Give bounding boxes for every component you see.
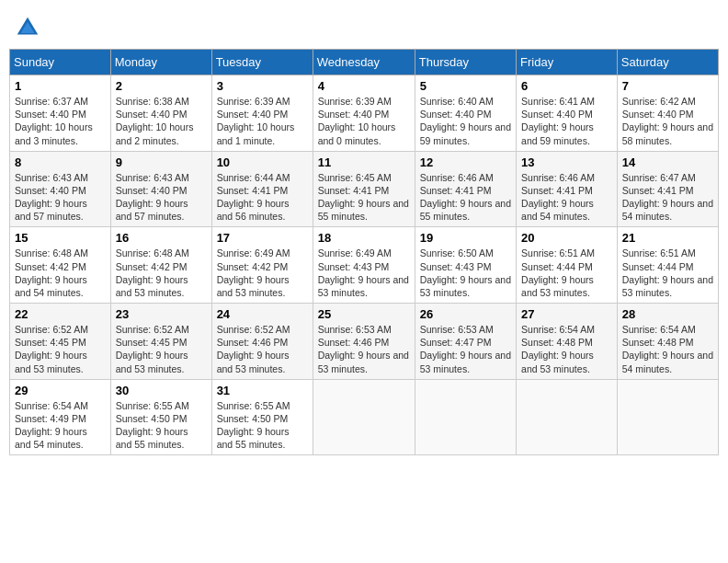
day-cell: 1 Sunrise: 6:37 AMSunset: 4:40 PMDayligh…	[10, 75, 111, 152]
day-number: 14	[622, 155, 713, 169]
week-row-2: 8 Sunrise: 6:43 AMSunset: 4:40 PMDayligh…	[10, 151, 719, 227]
day-cell: 17 Sunrise: 6:49 AMSunset: 4:42 PMDaylig…	[211, 227, 313, 304]
day-cell: 30 Sunrise: 6:55 AMSunset: 4:50 PMDaylig…	[110, 379, 211, 455]
week-row-1: 1 Sunrise: 6:37 AMSunset: 4:40 PMDayligh…	[10, 75, 719, 152]
day-cell: 9 Sunrise: 6:43 AMSunset: 4:40 PMDayligh…	[110, 151, 211, 227]
column-header-friday: Friday	[517, 50, 618, 75]
day-cell: 8 Sunrise: 6:43 AMSunset: 4:40 PMDayligh…	[10, 151, 111, 227]
day-number: 11	[318, 155, 410, 169]
day-number: 24	[217, 307, 308, 321]
day-cell: 2 Sunrise: 6:38 AMSunset: 4:40 PMDayligh…	[110, 75, 211, 152]
day-number: 15	[15, 231, 106, 245]
day-info: Sunrise: 6:49 AMSunset: 4:43 PMDaylight:…	[318, 247, 409, 298]
day-info: Sunrise: 6:53 AMSunset: 4:46 PMDaylight:…	[318, 324, 409, 374]
day-number: 8	[15, 155, 106, 169]
day-cell: 13 Sunrise: 6:46 AMSunset: 4:41 PMDaylig…	[517, 151, 618, 227]
day-cell: 18 Sunrise: 6:49 AMSunset: 4:43 PMDaylig…	[313, 227, 415, 304]
day-cell: 25 Sunrise: 6:53 AMSunset: 4:46 PMDaylig…	[313, 304, 415, 380]
day-cell: 21 Sunrise: 6:51 AMSunset: 4:44 PMDaylig…	[617, 227, 718, 304]
day-cell: 5 Sunrise: 6:40 AMSunset: 4:40 PMDayligh…	[415, 75, 516, 152]
day-cell: 27 Sunrise: 6:54 AMSunset: 4:48 PMDaylig…	[517, 304, 618, 380]
logo-icon	[14, 14, 41, 41]
day-cell: 31 Sunrise: 6:55 AMSunset: 4:50 PMDaylig…	[211, 379, 313, 455]
day-cell: 12 Sunrise: 6:46 AMSunset: 4:41 PMDaylig…	[415, 151, 516, 227]
day-number: 26	[420, 307, 511, 321]
day-number: 19	[420, 231, 511, 245]
day-info: Sunrise: 6:53 AMSunset: 4:47 PMDaylight:…	[420, 324, 511, 374]
day-info: Sunrise: 6:41 AMSunset: 4:40 PMDaylight:…	[521, 96, 595, 146]
day-info: Sunrise: 6:46 AMSunset: 4:41 PMDaylight:…	[521, 172, 595, 223]
day-number: 29	[15, 384, 106, 397]
day-cell	[517, 379, 618, 455]
day-number: 31	[217, 384, 308, 397]
day-info: Sunrise: 6:52 AMSunset: 4:46 PMDaylight:…	[217, 324, 290, 374]
day-number: 21	[622, 231, 713, 245]
day-cell	[415, 379, 516, 455]
day-number: 28	[622, 307, 713, 321]
calendar-header: SundayMondayTuesdayWednesdayThursdayFrid…	[10, 50, 719, 75]
day-cell: 22 Sunrise: 6:52 AMSunset: 4:45 PMDaylig…	[10, 304, 111, 380]
column-header-tuesday: Tuesday	[211, 50, 313, 75]
day-info: Sunrise: 6:39 AMSunset: 4:40 PMDaylight:…	[318, 96, 396, 146]
day-cell: 10 Sunrise: 6:44 AMSunset: 4:41 PMDaylig…	[211, 151, 313, 227]
day-number: 18	[318, 231, 410, 245]
day-info: Sunrise: 6:43 AMSunset: 4:40 PMDaylight:…	[116, 172, 189, 223]
day-number: 6	[521, 79, 612, 93]
day-cell: 11 Sunrise: 6:45 AMSunset: 4:41 PMDaylig…	[313, 151, 415, 227]
day-info: Sunrise: 6:45 AMSunset: 4:41 PMDaylight:…	[318, 172, 409, 223]
day-number: 17	[217, 231, 308, 245]
day-info: Sunrise: 6:38 AMSunset: 4:40 PMDaylight:…	[116, 96, 194, 146]
day-number: 5	[420, 79, 511, 93]
day-number: 12	[420, 155, 511, 169]
column-header-sunday: Sunday	[10, 50, 111, 75]
day-cell: 4 Sunrise: 6:39 AMSunset: 4:40 PMDayligh…	[313, 75, 415, 152]
day-info: Sunrise: 6:47 AMSunset: 4:41 PMDaylight:…	[622, 172, 713, 223]
day-cell: 28 Sunrise: 6:54 AMSunset: 4:48 PMDaylig…	[617, 304, 718, 380]
day-number: 20	[521, 231, 612, 245]
column-header-monday: Monday	[110, 50, 211, 75]
day-cell: 26 Sunrise: 6:53 AMSunset: 4:47 PMDaylig…	[415, 304, 516, 380]
week-row-5: 29 Sunrise: 6:54 AMSunset: 4:49 PMDaylig…	[10, 379, 719, 455]
day-info: Sunrise: 6:50 AMSunset: 4:43 PMDaylight:…	[420, 247, 511, 298]
day-cell: 6 Sunrise: 6:41 AMSunset: 4:40 PMDayligh…	[517, 75, 618, 152]
day-number: 10	[217, 155, 308, 169]
day-info: Sunrise: 6:55 AMSunset: 4:50 PMDaylight:…	[116, 400, 189, 451]
day-cell: 19 Sunrise: 6:50 AMSunset: 4:43 PMDaylig…	[415, 227, 516, 304]
column-header-wednesday: Wednesday	[313, 50, 415, 75]
day-info: Sunrise: 6:44 AMSunset: 4:41 PMDaylight:…	[217, 172, 290, 223]
day-info: Sunrise: 6:37 AMSunset: 4:40 PMDaylight:…	[15, 96, 93, 146]
day-info: Sunrise: 6:51 AMSunset: 4:44 PMDaylight:…	[622, 247, 713, 298]
day-number: 30	[116, 384, 207, 397]
day-cell	[617, 379, 718, 455]
week-row-3: 15 Sunrise: 6:48 AMSunset: 4:42 PMDaylig…	[10, 227, 719, 304]
day-info: Sunrise: 6:55 AMSunset: 4:50 PMDaylight:…	[217, 400, 290, 451]
day-cell: 15 Sunrise: 6:48 AMSunset: 4:42 PMDaylig…	[10, 227, 111, 304]
day-info: Sunrise: 6:52 AMSunset: 4:45 PMDaylight:…	[15, 324, 88, 374]
day-cell: 24 Sunrise: 6:52 AMSunset: 4:46 PMDaylig…	[211, 304, 313, 380]
day-number: 7	[622, 79, 713, 93]
calendar-body: 1 Sunrise: 6:37 AMSunset: 4:40 PMDayligh…	[10, 75, 719, 455]
day-number: 2	[116, 79, 207, 93]
day-info: Sunrise: 6:39 AMSunset: 4:40 PMDaylight:…	[217, 96, 295, 146]
day-info: Sunrise: 6:54 AMSunset: 4:48 PMDaylight:…	[521, 324, 595, 374]
page-header	[9, 9, 719, 41]
day-number: 16	[116, 231, 207, 245]
day-number: 3	[217, 79, 308, 93]
day-info: Sunrise: 6:52 AMSunset: 4:45 PMDaylight:…	[116, 324, 189, 374]
day-cell: 23 Sunrise: 6:52 AMSunset: 4:45 PMDaylig…	[110, 304, 211, 380]
day-cell: 14 Sunrise: 6:47 AMSunset: 4:41 PMDaylig…	[617, 151, 718, 227]
week-row-4: 22 Sunrise: 6:52 AMSunset: 4:45 PMDaylig…	[10, 304, 719, 380]
day-info: Sunrise: 6:49 AMSunset: 4:42 PMDaylight:…	[217, 247, 290, 298]
day-number: 25	[318, 307, 410, 321]
day-info: Sunrise: 6:48 AMSunset: 4:42 PMDaylight:…	[15, 247, 88, 298]
column-header-thursday: Thursday	[415, 50, 516, 75]
day-info: Sunrise: 6:54 AMSunset: 4:49 PMDaylight:…	[15, 400, 88, 451]
day-cell: 16 Sunrise: 6:48 AMSunset: 4:42 PMDaylig…	[110, 227, 211, 304]
calendar-table: SundayMondayTuesdayWednesdayThursdayFrid…	[9, 49, 719, 455]
day-cell	[313, 379, 415, 455]
day-number: 23	[116, 307, 207, 321]
day-number: 27	[521, 307, 612, 321]
day-info: Sunrise: 6:43 AMSunset: 4:40 PMDaylight:…	[15, 172, 88, 223]
day-number: 22	[15, 307, 106, 321]
day-cell: 3 Sunrise: 6:39 AMSunset: 4:40 PMDayligh…	[211, 75, 313, 152]
